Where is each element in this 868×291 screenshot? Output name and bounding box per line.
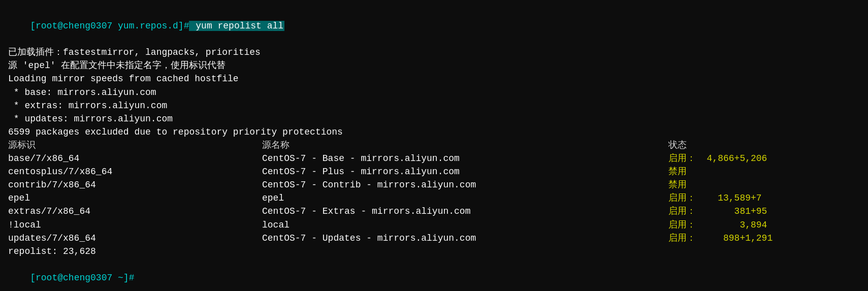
updates-mirror-line: * updates: mirrors.aliyun.com (8, 112, 860, 125)
row-status-updates: 启用： 898+1,291 (668, 232, 773, 245)
table-row: !local local 启用： 3,894 (8, 218, 860, 232)
row-status-contrib: 禁用 (668, 178, 687, 191)
row-name-base: CentOS-7 - Base - mirrors.aliyun.com (262, 152, 668, 165)
epel-line: 源 'epel' 在配置文件中未指定名字，使用标识代替 (8, 59, 860, 72)
row-id-local: !local (8, 218, 262, 232)
excluded-line: 6599 packages excluded due to repository… (8, 125, 860, 139)
plugins-line: 已加载插件：fastestmirror, langpacks, prioriti… (8, 46, 860, 59)
extras-mirror-line: * extras: mirrors.aliyun.com (8, 99, 860, 112)
row-id-contrib: contrib/7/x86_64 (8, 178, 262, 191)
prompt-user: [root@cheng0307 yum.repos.d] (30, 21, 183, 31)
table-row: epel epel 启用： 13,589+7 (8, 191, 860, 205)
row-id-base: base/7/x86_64 (8, 152, 262, 165)
row-name-contrib: CentOS-7 - Contrib - mirrors.aliyun.com (262, 178, 668, 191)
row-id-extras: extras/7/x86_64 (8, 205, 262, 218)
row-name-epel: epel (262, 191, 668, 205)
header-col-name: 源名称 (262, 139, 668, 152)
header-col-id: 源标识 (8, 139, 262, 152)
prompt-hash: # (184, 21, 189, 31)
header-col-status: 状态 (668, 139, 687, 152)
row-name-local: local (262, 218, 668, 232)
bottom-prompt-suffix: ~]# (112, 273, 134, 283)
row-status-base: 启用： 4,866+5,206 (668, 152, 767, 165)
terminal-window: [root@cheng0307 yum.repos.d]# yum repoli… (0, 0, 868, 291)
row-name-updates: CentOS-7 - Updates - mirrors.aliyun.com (262, 232, 668, 245)
repolist-summary: repolist: 23,628 (8, 245, 860, 258)
row-id-epel: epel (8, 191, 262, 205)
table-row: contrib/7/x86_64 CentOS-7 - Contrib - mi… (8, 178, 860, 191)
row-name-extras: CentOS-7 - Extras - mirrors.aliyun.com (262, 205, 668, 218)
row-status-epel: 启用： 13,589+7 (668, 191, 762, 205)
table-header: 源标识 源名称 状态 (8, 139, 860, 152)
command-text: yum repolist all (189, 21, 284, 31)
row-id-centosplus: centosplus/7/x86_64 (8, 165, 262, 178)
table-row: base/7/x86_64 CentOS-7 - Base - mirrors.… (8, 152, 860, 165)
row-status-extras: 启用： 381+95 (668, 205, 767, 218)
base-mirror-line: * base: mirrors.aliyun.com (8, 86, 860, 99)
bottom-prompt-user: [root@cheng0307 (30, 273, 112, 283)
row-name-centosplus: CentOS-7 - Plus - mirrors.aliyun.com (262, 165, 668, 178)
table-row: extras/7/x86_64 CentOS-7 - Extras - mirr… (8, 205, 860, 218)
table-row: updates/7/x86_64 CentOS-7 - Updates - mi… (8, 232, 860, 245)
loading-line: Loading mirror speeds from cached hostfi… (8, 72, 860, 85)
table-row: centosplus/7/x86_64 CentOS-7 - Plus - mi… (8, 165, 860, 178)
prompt-line-1: [root@cheng0307 yum.repos.d]# yum repoli… (8, 6, 860, 46)
row-status-local: 启用： 3,894 (668, 218, 767, 232)
row-status-centosplus: 禁用 (668, 165, 687, 178)
row-id-updates: updates/7/x86_64 (8, 232, 262, 245)
prompt-line-2: [root@cheng0307 ~]# (8, 258, 860, 291)
